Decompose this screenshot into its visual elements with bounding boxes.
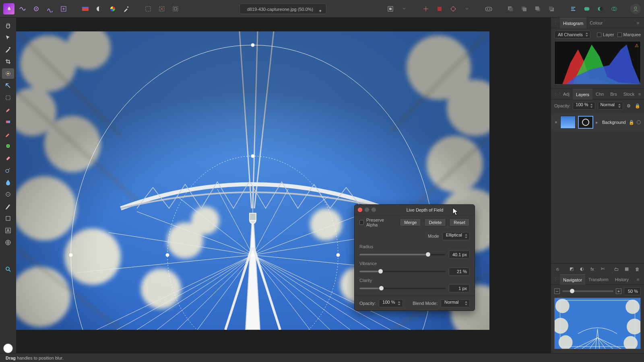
reselect-button[interactable] — [170, 3, 181, 14]
force-pixel-align-button[interactable] — [448, 3, 459, 14]
text-tool[interactable]: A — [2, 225, 14, 236]
gradient-tool[interactable] — [2, 117, 14, 127]
layer-visibility-toggle[interactable] — [637, 120, 641, 124]
layer-lock-indicator-icon[interactable]: 🔒 — [629, 120, 634, 125]
histogram-layer-checkbox[interactable]: Layer — [597, 32, 614, 37]
move-tool[interactable] — [2, 32, 14, 43]
layer-filter-thumbnail[interactable] — [578, 116, 593, 129]
persona-tonemap-button[interactable] — [44, 3, 56, 14]
arrange-front-button[interactable] — [546, 3, 557, 14]
swatches-button[interactable] — [80, 3, 91, 14]
merge-button[interactable]: Merge — [400, 218, 421, 226]
marquee-tool[interactable] — [2, 93, 14, 103]
zoom-tool[interactable] — [2, 264, 14, 274]
color-picker-button[interactable] — [121, 3, 132, 14]
layer-lock-icon[interactable]: 🔒 — [634, 103, 641, 109]
crop-tool[interactable] — [2, 56, 14, 67]
mode-select[interactable]: Elliptical — [442, 232, 470, 240]
dialog-opacity-input[interactable]: 100 % — [379, 299, 402, 307]
tab-stock[interactable]: Stock — [620, 89, 638, 99]
tab-layers[interactable]: Layers — [573, 89, 592, 99]
deselect-button[interactable] — [156, 3, 167, 14]
zoom-in-button[interactable]: + — [616, 288, 621, 294]
vibrance-value[interactable]: 21 % — [449, 267, 470, 276]
eyedropper-tool[interactable] — [2, 129, 14, 139]
arrange-back-button[interactable] — [505, 3, 516, 14]
zoom-value[interactable]: 50 % — [624, 287, 641, 295]
layer-name[interactable]: Background — [602, 120, 626, 125]
layer-disclose-icon[interactable]: ▸ — [596, 120, 600, 125]
layer-fx-button-icon[interactable]: fx — [589, 265, 596, 273]
tab-transform[interactable]: Transform — [585, 274, 612, 285]
selection-brush-tool[interactable] — [2, 68, 14, 79]
panel-grip-icon[interactable]: ⋮⋮ — [553, 91, 558, 97]
dialog-titlebar[interactable]: Live Depth of Field — [355, 205, 475, 215]
navigator-thumbnail[interactable] — [554, 298, 641, 349]
persona-export-button[interactable] — [58, 3, 69, 14]
zoom-slider[interactable] — [562, 290, 613, 292]
panel-menu-icon[interactable]: ≡ — [634, 277, 642, 282]
histogram-marquee-checkbox[interactable]: Marquee — [617, 32, 641, 37]
dodge-tool[interactable] — [2, 165, 14, 175]
snapping-edges-button[interactable] — [434, 3, 445, 14]
boolean-add-button[interactable] — [581, 3, 592, 14]
flood-select-tool[interactable] — [2, 80, 14, 91]
snapping-dropdown[interactable] — [461, 3, 473, 14]
quickmask-dropdown[interactable] — [398, 3, 410, 14]
paint-brush-tool[interactable] — [2, 105, 14, 115]
radius-slider[interactable] — [359, 254, 446, 255]
healing-tool[interactable] — [2, 141, 14, 151]
canvas-viewport[interactable] — [16, 18, 644, 353]
clone-tool[interactable] — [2, 189, 14, 200]
clarity-value[interactable]: 1 px — [449, 284, 470, 292]
layer-mask-icon[interactable]: ◩ — [568, 265, 575, 273]
layer-group-icon[interactable]: 🗀 — [613, 265, 620, 273]
layer-crop-icon[interactable]: ✄ — [599, 265, 607, 273]
shape-tool[interactable] — [2, 213, 14, 224]
tab-history[interactable]: History — [612, 274, 632, 285]
panel-grip-icon[interactable]: ⋮⋮ — [553, 277, 558, 282]
assistant-button[interactable] — [483, 3, 494, 14]
zoom-out-button[interactable]: − — [554, 288, 560, 294]
tab-navigator[interactable]: Navigator — [560, 274, 585, 285]
layer-fx-icon[interactable]: ✴ — [554, 120, 558, 125]
color-sampler-tool[interactable] — [2, 44, 14, 55]
layer-link-icon[interactable]: ⎋ — [554, 265, 561, 273]
arrange-backward-button[interactable] — [518, 3, 530, 14]
preserve-alpha-checkbox[interactable]: Preserve Alpha — [359, 218, 393, 227]
reset-button[interactable]: Reset — [449, 218, 470, 226]
layer-thumbnail[interactable] — [560, 116, 576, 129]
vibrance-slider[interactable] — [359, 271, 446, 272]
quickmask-button[interactable] — [385, 3, 396, 14]
contrast-button[interactable] — [93, 3, 105, 14]
layers-opacity-input[interactable]: 100 % — [573, 102, 595, 110]
arrange-forward-button[interactable] — [532, 3, 543, 14]
boolean-subtract-button[interactable] — [595, 3, 606, 14]
live-filter-dialog[interactable]: Live Depth of Field Preserve Alpha Merge… — [354, 204, 475, 311]
erase-tool[interactable] — [2, 153, 14, 163]
tab-colour[interactable]: Colour — [586, 18, 606, 28]
tab-channels[interactable]: Chn — [592, 89, 607, 99]
mesh-warp-tool[interactable] — [2, 237, 14, 248]
persona-develop-button[interactable] — [31, 3, 42, 14]
layers-blend-select[interactable]: Normal — [598, 102, 623, 110]
clarity-slider[interactable] — [359, 288, 446, 289]
boolean-intersect-button[interactable] — [609, 3, 620, 14]
select-all-button[interactable] — [142, 3, 154, 14]
hand-tool[interactable] — [2, 20, 14, 31]
account-button[interactable] — [630, 4, 641, 14]
snapping-button[interactable] — [420, 3, 431, 14]
color-wheel-button[interactable] — [107, 3, 118, 14]
blur-tool[interactable] — [2, 177, 14, 187]
layer-adjust-icon[interactable]: ◐ — [578, 265, 586, 273]
tab-histogram[interactable]: Histogram — [560, 18, 586, 28]
radius-value[interactable]: 40.1 px — [449, 251, 470, 259]
panel-menu-icon[interactable]: ≡ — [638, 92, 642, 97]
persona-liquify-button[interactable] — [17, 3, 28, 14]
dialog-close-icon[interactable] — [358, 208, 362, 212]
tab-adj[interactable]: Adj — [560, 89, 573, 99]
dialog-blend-select[interactable]: Normal — [441, 299, 470, 307]
panel-menu-icon[interactable]: ≡ — [634, 21, 642, 25]
layer-row[interactable]: ✴ ▸ Background 🔒 — [551, 114, 644, 131]
foreground-swatch[interactable] — [3, 343, 13, 353]
